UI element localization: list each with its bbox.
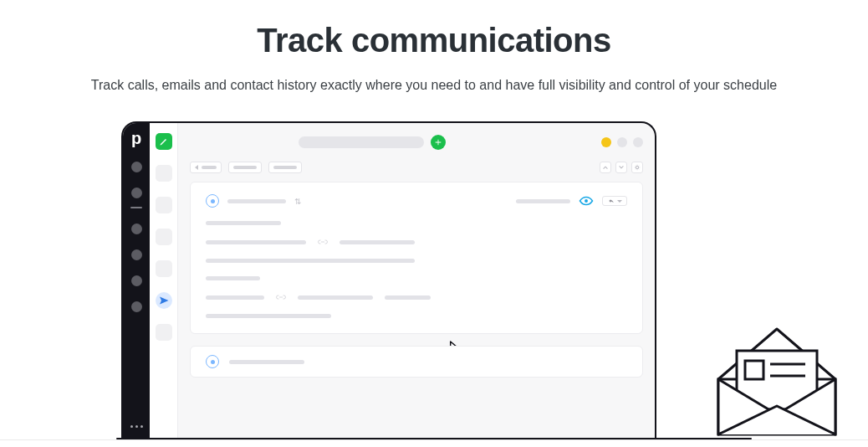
nav-item[interactable] <box>131 224 142 234</box>
secondary-nav-item[interactable] <box>156 324 172 341</box>
nav-item[interactable] <box>131 162 142 172</box>
text-placeholder <box>206 259 415 263</box>
reply-button[interactable] <box>602 196 627 206</box>
nav-item[interactable] <box>131 249 142 260</box>
add-button[interactable] <box>431 135 446 150</box>
settings-button[interactable] <box>631 162 643 173</box>
nav-separator <box>130 207 142 208</box>
send-button[interactable] <box>156 292 172 309</box>
link-icon <box>318 239 328 245</box>
detail-card: ⇅ <box>190 182 643 334</box>
chevron-up-icon <box>602 164 609 171</box>
send-icon <box>159 295 169 306</box>
main-area: ⇅ <box>178 123 655 439</box>
chevron-down-icon <box>618 164 625 171</box>
link-icon <box>276 294 286 301</box>
app-illustration: p <box>91 121 777 439</box>
svg-point-1 <box>585 199 588 203</box>
plus-icon <box>434 138 442 146</box>
sort-icon[interactable]: ⇅ <box>294 197 300 206</box>
secondary-nav-item[interactable] <box>156 260 172 277</box>
meta-placeholder <box>516 199 570 203</box>
recipient-placeholder <box>229 360 304 364</box>
secondary-nav-item[interactable] <box>156 229 172 245</box>
logo[interactable]: p <box>131 130 141 146</box>
title-placeholder <box>227 199 286 203</box>
page-subtitle: Track calls, emails and contact history … <box>0 78 868 93</box>
sort-up-button[interactable] <box>600 162 611 173</box>
text-placeholder <box>206 276 260 280</box>
compose-button[interactable] <box>156 133 172 150</box>
back-button[interactable] <box>190 162 222 173</box>
person-icon <box>206 194 219 208</box>
window-dots <box>601 137 643 147</box>
reply-icon <box>607 198 615 204</box>
search-input[interactable] <box>299 136 424 148</box>
page-title: Track communications <box>0 22 868 59</box>
toolbar-chip[interactable] <box>228 162 262 173</box>
svg-point-0 <box>636 166 638 168</box>
text-placeholder <box>206 221 281 225</box>
nav-item[interactable] <box>131 301 142 312</box>
nav-more[interactable] <box>130 425 143 428</box>
text-placeholder <box>340 240 415 244</box>
text-placeholder <box>206 295 264 300</box>
gear-icon <box>634 164 641 171</box>
primary-nav: p <box>123 123 150 439</box>
secondary-nav-item[interactable] <box>156 197 172 213</box>
secondary-nav-item[interactable] <box>156 165 172 182</box>
envelope-illustration <box>702 314 852 439</box>
topbar <box>190 131 643 153</box>
text-placeholder <box>298 295 373 300</box>
text-placeholder <box>385 295 431 300</box>
person-icon <box>206 355 219 368</box>
nav-item[interactable] <box>131 275 142 286</box>
pencil-icon <box>159 136 169 146</box>
status-dot <box>633 137 643 147</box>
app-window: p <box>121 121 656 439</box>
secondary-nav <box>150 123 178 439</box>
eye-icon[interactable] <box>579 196 594 206</box>
divider <box>0 439 868 440</box>
status-dot <box>617 137 627 147</box>
text-placeholder <box>206 240 306 244</box>
sort-down-button[interactable] <box>615 162 627 173</box>
nav-item[interactable] <box>131 188 142 198</box>
text-placeholder <box>206 314 331 318</box>
status-dot-yellow <box>601 137 611 147</box>
toolbar-chip[interactable] <box>268 162 302 173</box>
toolbar <box>190 162 643 173</box>
composer-card[interactable] <box>190 346 643 378</box>
